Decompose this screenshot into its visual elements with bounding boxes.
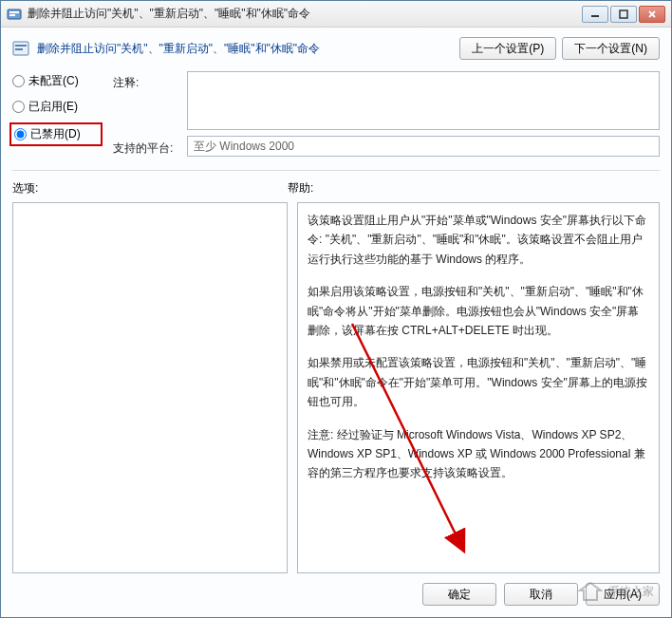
radio-group: 未配置(C) 已启用(E) 已禁用(D) (12, 71, 100, 157)
app-icon (7, 7, 22, 22)
ok-button[interactable]: 确定 (422, 583, 496, 606)
help-paragraph: 如果启用该策略设置，电源按钮和"关机"、"重新启动"、"睡眠"和"休眠"命令将从… (308, 282, 649, 340)
watermark-text: 系统之家 (608, 584, 654, 600)
radio-not-configured-label: 未配置(C) (28, 73, 79, 89)
window-title: 删除并阻止访问"关机"、"重新启动"、"睡眠"和"休眠"命令 (28, 6, 582, 22)
help-label: 帮助: (288, 180, 313, 197)
radio-disabled-label: 已禁用(D) (30, 126, 81, 142)
panels: 该策略设置阻止用户从"开始"菜单或"Windows 安全"屏幕执行以下命令: "… (12, 202, 660, 573)
svg-rect-2 (9, 14, 15, 16)
footer: 确定 取消 应用(A) (12, 573, 660, 606)
svg-rect-8 (15, 45, 27, 47)
comment-row: 注释: (113, 71, 660, 130)
next-setting-button[interactable]: 下一个设置(N) (562, 37, 660, 60)
platform-row: 支持的平台: (113, 136, 660, 157)
policy-title: 删除并阻止访问"关机"、"重新启动"、"睡眠"和"休眠"命令 (37, 41, 452, 57)
nav-buttons: 上一个设置(P) 下一个设置(N) (459, 37, 660, 60)
radio-enabled-label: 已启用(E) (28, 99, 78, 115)
radio-disabled[interactable]: 已禁用(D) (9, 122, 103, 146)
help-paragraph: 该策略设置阻止用户从"开始"菜单或"Windows 安全"屏幕执行以下命令: "… (308, 211, 649, 269)
platform-field (187, 136, 660, 157)
radio-enabled[interactable]: 已启用(E) (12, 99, 100, 115)
header-row: 删除并阻止访问"关机"、"重新启动"、"睡眠"和"休眠"命令 上一个设置(P) … (12, 37, 660, 60)
platform-label: 支持的平台: (113, 137, 179, 157)
radio-not-configured-input[interactable] (12, 75, 25, 87)
config-row: 未配置(C) 已启用(E) 已禁用(D) 注释: 支持的平台: (12, 71, 660, 157)
titlebar: 删除并阻止访问"关机"、"重新启动"、"睡眠"和"休眠"命令 (1, 1, 671, 28)
separator (12, 170, 660, 171)
prev-setting-button[interactable]: 上一个设置(P) (459, 37, 556, 60)
svg-rect-4 (620, 10, 627, 18)
minimize-button[interactable] (582, 6, 608, 23)
svg-rect-9 (15, 48, 23, 50)
window-controls (582, 6, 665, 23)
radio-enabled-input[interactable] (12, 101, 25, 113)
radio-not-configured[interactable]: 未配置(C) (12, 73, 100, 89)
svg-rect-1 (9, 11, 19, 13)
close-button[interactable] (639, 6, 665, 23)
client-area: 删除并阻止访问"关机"、"重新启动"、"睡眠"和"休眠"命令 上一个设置(P) … (1, 28, 671, 617)
options-panel[interactable] (12, 202, 288, 573)
radio-disabled-input[interactable] (14, 128, 27, 140)
maximize-button[interactable] (610, 6, 637, 23)
panel-labels: 选项: 帮助: (12, 180, 660, 197)
options-label: 选项: (12, 180, 288, 197)
cancel-button[interactable]: 取消 (504, 583, 578, 606)
policy-icon (12, 40, 29, 57)
help-text: 该策略设置阻止用户从"开始"菜单或"Windows 安全"屏幕执行以下命令: "… (308, 211, 649, 483)
help-panel[interactable]: 该策略设置阻止用户从"开始"菜单或"Windows 安全"屏幕执行以下命令: "… (297, 202, 660, 573)
comment-label: 注释: (113, 71, 179, 91)
fields-column: 注释: 支持的平台: (113, 71, 660, 157)
watermark-logo-icon (578, 581, 603, 602)
help-paragraph: 注意: 经过验证与 Microsoft Windows Vista、Window… (308, 425, 649, 483)
help-paragraph: 如果禁用或未配置该策略设置，电源按钮和"关机"、"重新启动"、"睡眠"和"休眠"… (308, 353, 649, 411)
comment-textarea[interactable] (187, 71, 660, 130)
watermark: 系统之家 (578, 581, 654, 602)
dialog-window: 删除并阻止访问"关机"、"重新启动"、"睡眠"和"休眠"命令 删除并阻止访问"关… (0, 0, 672, 618)
